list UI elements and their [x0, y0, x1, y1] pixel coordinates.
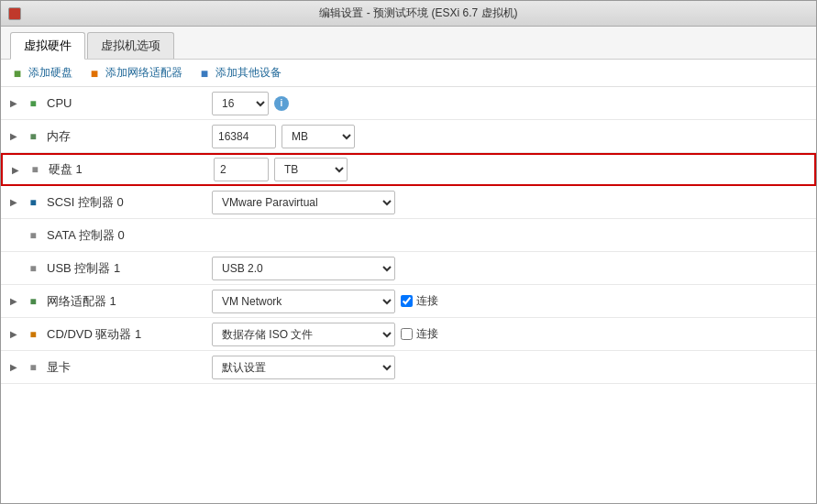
network-select[interactable]: VM Network Management Network	[212, 290, 395, 313]
display-select[interactable]: 默认设置	[212, 356, 395, 379]
memory-expand[interactable]: ▶	[10, 131, 17, 141]
network-connect-label: 连接	[416, 293, 438, 309]
disk1-input[interactable]	[214, 158, 269, 181]
usb-label-col: ▶ ■ USB 控制器 1	[10, 260, 212, 277]
cpu-row: ▶ ■ CPU 16 1 2 4 8 32 i	[1, 87, 816, 120]
cddvd-label: CD/DVD 驱动器 1	[47, 326, 141, 343]
network-controls: VM Network Management Network 连接	[212, 290, 807, 313]
network-expand[interactable]: ▶	[10, 296, 17, 306]
sata-label-col: ▶ ■ SATA 控制器 0	[10, 227, 212, 244]
cpu-controls: 16 1 2 4 8 32 i	[212, 92, 807, 115]
tab-options[interactable]: 虚拟机选项	[87, 32, 174, 59]
disk1-expand[interactable]: ▶	[12, 165, 19, 175]
scsi-expand[interactable]: ▶	[10, 197, 17, 207]
cddvd-expand[interactable]: ▶	[10, 329, 17, 339]
display-label-col: ▶ ■ 显卡	[10, 359, 212, 376]
network-row: ▶ ■ 网络适配器 1 VM Network Management Networ…	[1, 285, 816, 318]
sata-label: SATA 控制器 0	[47, 227, 125, 244]
cpu-expand[interactable]: ▶	[10, 98, 17, 108]
memory-input[interactable]	[212, 125, 276, 148]
network-connect-checkbox-row: 连接	[401, 293, 438, 309]
cddvd-select[interactable]: 数据存储 ISO 文件 客户端设备 主机设备	[212, 323, 395, 346]
memory-controls: MB GB	[212, 125, 807, 148]
display-controls: 默认设置	[212, 356, 807, 379]
network-label-col: ▶ ■ 网络适配器 1	[10, 293, 212, 310]
add-disk-icon: ■	[10, 66, 25, 81]
add-disk-button[interactable]: ■ 添加硬盘	[10, 65, 72, 81]
cpu-label: CPU	[47, 96, 72, 110]
scsi-label-col: ▶ ■ SCSI 控制器 0	[10, 194, 212, 211]
display-icon: ■	[25, 361, 41, 374]
scsi-controls: VMware Paravirtual LSI Logic SAS LSI Log…	[212, 191, 807, 214]
network-connect-checkbox[interactable]	[401, 295, 413, 307]
disk1-row: ▶ ■ 硬盘 1 TB MB GB	[1, 153, 816, 186]
tabs-bar: 虚拟硬件 虚拟机选项	[1, 27, 816, 60]
disk1-label-col: ▶ ■ 硬盘 1	[12, 161, 214, 178]
memory-label: 内存	[47, 128, 71, 145]
cpu-icon: ■	[25, 97, 41, 110]
display-expand[interactable]: ▶	[10, 362, 17, 372]
cddvd-controls: 数据存储 ISO 文件 客户端设备 主机设备 连接	[212, 323, 807, 346]
add-other-icon: ■	[197, 66, 212, 81]
network-label: 网络适配器 1	[47, 293, 116, 310]
disk1-controls: TB MB GB	[214, 158, 805, 181]
cddvd-label-col: ▶ ■ CD/DVD 驱动器 1	[10, 326, 212, 343]
titlebar: 编辑设置 - 预测试环境 (ESXi 6.7 虚拟机)	[1, 1, 816, 27]
add-disk-label: 添加硬盘	[28, 65, 72, 81]
add-network-button[interactable]: ■ 添加网络适配器	[87, 65, 182, 81]
usb-controls: USB 2.0 USB 3.0 USB 3.1	[212, 257, 807, 280]
memory-label-col: ▶ ■ 内存	[10, 128, 212, 145]
sata-icon: ■	[25, 229, 41, 242]
close-button[interactable]	[8, 7, 21, 20]
toolbar: ■ 添加硬盘 ■ 添加网络适配器 ■ 添加其他设备	[1, 60, 816, 87]
hardware-content: ▶ ■ CPU 16 1 2 4 8 32 i ▶ ■ 内存	[1, 87, 816, 503]
scsi-select[interactable]: VMware Paravirtual LSI Logic SAS LSI Log…	[212, 191, 395, 214]
network-icon: ■	[25, 295, 41, 308]
scsi-label: SCSI 控制器 0	[47, 194, 124, 211]
display-row: ▶ ■ 显卡 默认设置	[1, 351, 816, 384]
cpu-info-icon[interactable]: i	[274, 96, 289, 111]
cddvd-connect-label: 连接	[416, 326, 438, 342]
disk1-label: 硬盘 1	[49, 161, 83, 178]
cd-icon: ■	[25, 328, 41, 341]
memory-icon: ■	[25, 130, 41, 143]
add-other-button[interactable]: ■ 添加其他设备	[197, 65, 282, 81]
scsi-icon: ■	[25, 196, 41, 209]
cpu-label-col: ▶ ■ CPU	[10, 96, 212, 110]
cddvd-connect-checkbox[interactable]	[401, 328, 413, 340]
usb-select[interactable]: USB 2.0 USB 3.0 USB 3.1	[212, 257, 395, 280]
add-network-label: 添加网络适配器	[105, 65, 182, 81]
disk-icon: ■	[27, 163, 43, 176]
disk1-unit-select[interactable]: TB MB GB	[274, 158, 348, 181]
memory-unit-select[interactable]: MB GB	[282, 125, 355, 148]
add-network-icon: ■	[87, 66, 102, 81]
add-other-label: 添加其他设备	[215, 65, 282, 81]
display-label: 显卡	[47, 359, 71, 376]
tab-hardware[interactable]: 虚拟硬件	[10, 32, 85, 60]
cpu-select[interactable]: 16 1 2 4 8 32	[212, 92, 269, 115]
cddvd-connect-checkbox-row: 连接	[401, 326, 438, 342]
cddvd-row: ▶ ■ CD/DVD 驱动器 1 数据存储 ISO 文件 客户端设备 主机设备 …	[1, 318, 816, 351]
main-window: 编辑设置 - 预测试环境 (ESXi 6.7 虚拟机) 虚拟硬件 虚拟机选项 ■…	[0, 0, 817, 504]
scsi-row: ▶ ■ SCSI 控制器 0 VMware Paravirtual LSI Lo…	[1, 186, 816, 219]
usb-label: USB 控制器 1	[47, 260, 120, 277]
sata-row: ▶ ■ SATA 控制器 0	[1, 219, 816, 252]
memory-row: ▶ ■ 内存 MB GB	[1, 120, 816, 153]
usb-icon: ■	[25, 262, 41, 275]
window-title: 编辑设置 - 预测试环境 (ESXi 6.7 虚拟机)	[28, 5, 809, 21]
usb-row: ▶ ■ USB 控制器 1 USB 2.0 USB 3.0 USB 3.1	[1, 252, 816, 285]
